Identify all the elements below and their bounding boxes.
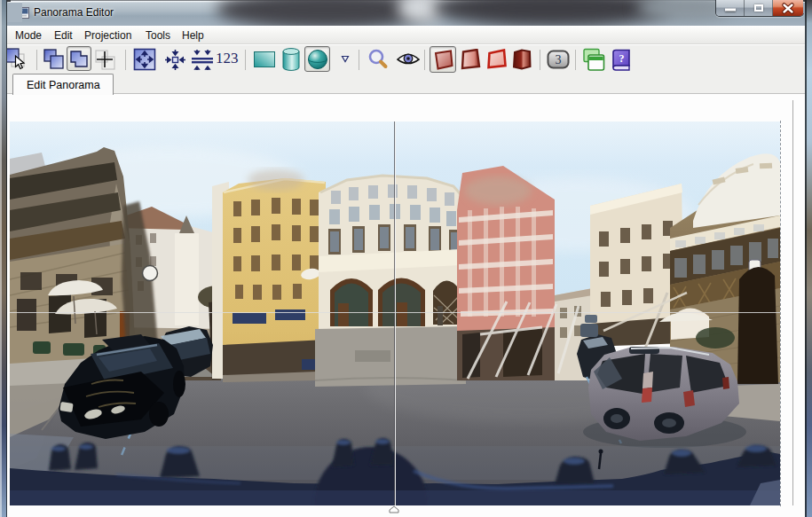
svg-text:?: ? xyxy=(619,52,625,65)
svg-text:3: 3 xyxy=(556,53,562,67)
